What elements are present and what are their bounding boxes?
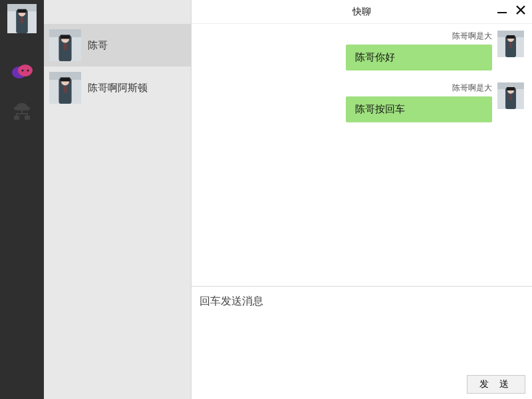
contact-item[interactable]: 陈哥啊阿斯顿: [44, 66, 191, 109]
message-avatar: [497, 31, 524, 57]
avatar-icon: [49, 29, 81, 61]
composer: 发 送: [192, 286, 532, 399]
network-nav-button[interactable]: [9, 98, 35, 125]
svg-point-7: [18, 65, 33, 76]
message-input[interactable]: [192, 287, 532, 370]
svg-rect-11: [25, 116, 30, 120]
close-icon: [515, 4, 527, 16]
svg-rect-12: [497, 12, 507, 13]
avatar-icon: [7, 4, 37, 33]
chat-icon: [11, 63, 33, 81]
contact-avatar: [49, 29, 81, 61]
my-avatar[interactable]: [7, 4, 37, 33]
chat-panel: 快聊 陈哥啊是大 陈哥你好: [192, 0, 532, 399]
contact-name: 陈哥: [88, 39, 108, 52]
app-title: 快聊: [352, 6, 371, 18]
contacts-panel: 陈哥 陈哥啊阿斯顿: [44, 0, 192, 399]
message-avatar: [497, 82, 524, 109]
message-bubble: 陈哥你好: [346, 45, 492, 70]
avatar-icon: [49, 72, 81, 104]
contact-item[interactable]: 陈哥: [44, 24, 191, 66]
messages-area: 陈哥啊是大 陈哥你好 陈哥啊是大 陈哥按回车: [192, 24, 532, 286]
message-sender: 陈哥啊是大: [452, 82, 492, 94]
contacts-title-spacer: [44, 0, 191, 24]
chat-nav-button[interactable]: [9, 59, 35, 85]
contact-avatar: [49, 72, 81, 104]
nav-rail: [0, 0, 44, 399]
composer-actions: 发 送: [192, 370, 532, 399]
minimize-icon: [496, 4, 508, 16]
title-bar: 快聊: [192, 0, 532, 24]
close-button[interactable]: [513, 3, 528, 17]
message-row: 陈哥啊是大 陈哥你好: [200, 31, 524, 70]
contact-name: 陈哥啊阿斯顿: [88, 82, 148, 94]
svg-point-9: [27, 70, 29, 72]
svg-point-8: [22, 70, 24, 72]
send-button[interactable]: 发 送: [467, 375, 525, 394]
message-bubble: 陈哥按回车: [346, 96, 492, 122]
minimize-button[interactable]: [495, 3, 509, 17]
avatar-icon: [497, 82, 524, 109]
svg-rect-10: [14, 116, 19, 120]
avatar-icon: [497, 31, 524, 57]
message-row: 陈哥啊是大 陈哥按回车: [200, 82, 524, 122]
message-sender: 陈哥啊是大: [452, 31, 492, 42]
window-buttons: [495, 3, 528, 17]
network-icon: [11, 102, 33, 121]
